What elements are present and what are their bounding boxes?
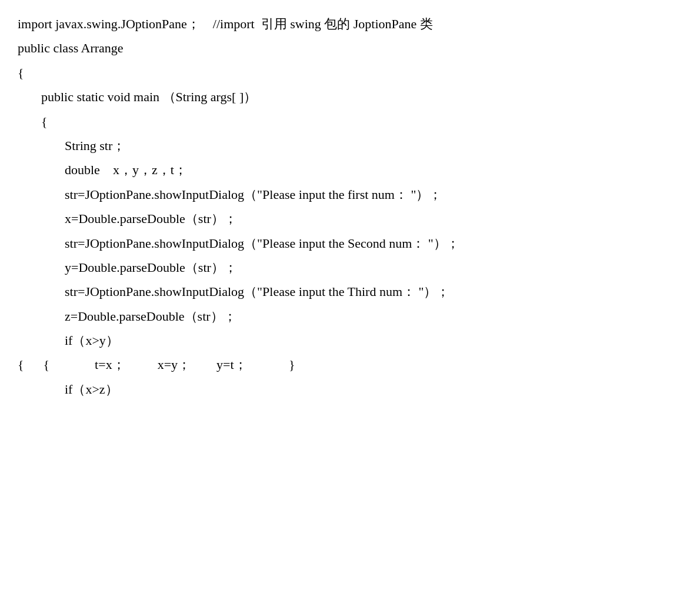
line-10: str=JOptionPane.showInputDialog（"Please … (18, 231, 682, 255)
line-16-text: if（x>z） (65, 378, 118, 400)
line-3: { (18, 61, 682, 85)
line-5: { (18, 109, 682, 134)
line-13-text: z=Double.parseDouble（str）； (65, 305, 236, 327)
line-16: if（x>z） (18, 377, 682, 401)
line-1: import javax.swing.JOptionPane； //import… (18, 12, 682, 36)
line-9-text: x=Double.parseDouble（str）； (65, 208, 237, 229)
line-13: z=Double.parseDouble（str）； (18, 304, 682, 328)
line-1-text: import javax.swing.JOptionPane； //import… (18, 13, 433, 35)
line-8: str=JOptionPane.showInputDialog（"Please … (18, 182, 682, 207)
line-2: public class Arrange (18, 36, 682, 60)
line-7: double x，y，z，t； (18, 158, 682, 182)
line-3-text: { (18, 62, 24, 84)
line-14-text: if（x>y） (65, 329, 119, 351)
code-block: import javax.swing.JOptionPane； //import… (18, 12, 682, 401)
line-14: if（x>y） (18, 328, 682, 352)
line-2-text: public class Arrange (18, 37, 124, 59)
line-6-text: String str； (65, 135, 125, 157)
line-12: str=JOptionPane.showInputDialog（"Please … (18, 279, 682, 304)
line-4: public static void main （String args[ ]） (18, 85, 682, 109)
line-6: String str； (18, 134, 682, 158)
line-11: y=Double.parseDouble（str）； (18, 255, 682, 279)
line-8-text: str=JOptionPane.showInputDialog（"Please … (65, 184, 442, 205)
line-4-text: public static void main （String args[ ]） (41, 86, 256, 108)
line-11-text: y=Double.parseDouble（str）； (65, 257, 237, 278)
line-5-text: { (41, 111, 48, 132)
line-15-text: { { t=x； x=y； y=t； } (18, 354, 295, 375)
line-7-text: double x，y，z，t； (65, 159, 187, 181)
line-12-text: str=JOptionPane.showInputDialog（"Please … (65, 281, 449, 302)
line-9: x=Double.parseDouble（str）； (18, 207, 682, 231)
line-15: { { t=x； x=y； y=t； } (18, 352, 682, 377)
line-10-text: str=JOptionPane.showInputDialog（"Please … (65, 232, 459, 254)
